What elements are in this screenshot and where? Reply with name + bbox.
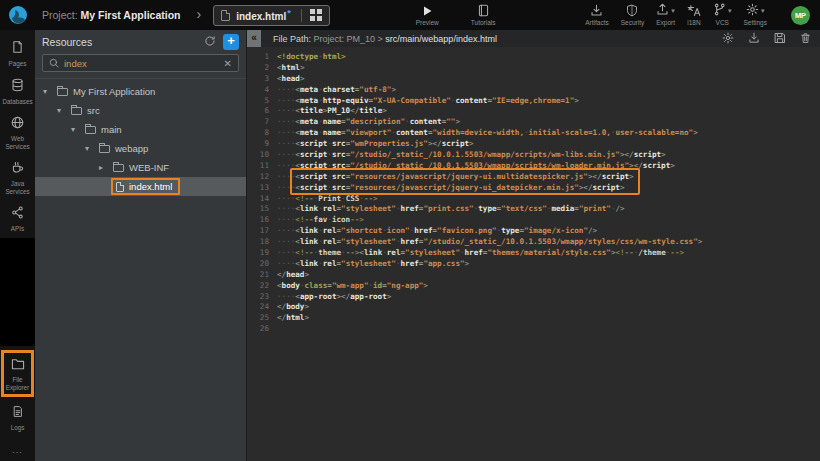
- line-number: 15: [247, 204, 269, 215]
- user-avatar[interactable]: MP: [791, 6, 810, 25]
- tree-highlight-box: index.html: [111, 178, 180, 195]
- caret-down-icon[interactable]: ▾: [85, 144, 97, 153]
- tree-item-content: src: [69, 104, 106, 117]
- code-area[interactable]: 1<!doctype·html>2<html>3<head>4····<meta…: [247, 47, 820, 461]
- tree-item-label: index.html: [129, 181, 172, 192]
- play-icon: [421, 4, 433, 17]
- tree-item-label: My First Application: [73, 86, 155, 97]
- code-line[interactable]: 24</body>: [247, 302, 820, 313]
- folder-icon: [113, 164, 124, 172]
- line-number: 25: [247, 313, 269, 324]
- code-line[interactable]: 18····<link·rel="stylesheet"·href="/stud…: [247, 237, 820, 248]
- globe-icon: [11, 115, 24, 133]
- code-line[interactable]: 13····<script·src="resources/javascript/…: [247, 183, 820, 194]
- folder-icon: [99, 145, 110, 153]
- rail-overflow-button[interactable]: ...: [12, 445, 23, 455]
- refresh-icon[interactable]: [204, 33, 216, 51]
- code-line[interactable]: 10····<script·src="/studio/_static_/10.0…: [247, 150, 820, 161]
- artifacts-button[interactable]: Artifacts: [585, 4, 608, 26]
- code-line[interactable]: 3<head>: [247, 74, 820, 85]
- folder-icon: [11, 356, 25, 374]
- tab-index-html[interactable]: index.html*: [213, 5, 330, 26]
- sidebar-item-file-explorer[interactable]: File Explorer: [4, 353, 31, 394]
- sidebar-item-web-services[interactable]: Web Services: [0, 110, 35, 155]
- preview-button[interactable]: Preview: [416, 4, 439, 26]
- database-icon: [11, 78, 24, 96]
- code-line[interactable]: 11····<script·src="/studio/_static_/10.0…: [247, 161, 820, 172]
- code-line[interactable]: 25</html>: [247, 313, 820, 324]
- line-number: 26: [247, 324, 269, 335]
- line-number: 10: [247, 150, 269, 161]
- wavemaker-logo-icon[interactable]: [8, 5, 28, 25]
- export-button[interactable]: ▾ Export: [656, 4, 675, 26]
- settings-button[interactable]: ▾ Settings: [744, 4, 768, 26]
- sidebar-item-pages[interactable]: Pages: [0, 35, 35, 73]
- code-line[interactable]: 4····<meta·charset="utf-8">: [247, 85, 820, 96]
- code-line[interactable]: 12····<script·src="resources/javascript/…: [247, 172, 820, 183]
- project-label: Project:: [42, 9, 78, 21]
- sidebar-item-databases[interactable]: Databases: [0, 73, 35, 111]
- delete-file-icon[interactable]: [800, 30, 811, 48]
- sidebar-item-java-services[interactable]: Java Services: [0, 155, 35, 200]
- caret-down-icon[interactable]: ▾: [71, 125, 83, 134]
- line-number: 18: [247, 237, 269, 248]
- caret-down-icon[interactable]: ▾: [43, 87, 55, 96]
- tree-item-index.html[interactable]: index.html: [35, 177, 246, 196]
- tree-item-content: webapp: [97, 142, 154, 155]
- tree-item-main[interactable]: ▾main: [35, 120, 246, 139]
- sidebar-item-logs[interactable]: Logs: [0, 399, 35, 437]
- download-file-icon[interactable]: [748, 30, 760, 48]
- vcs-button[interactable]: ▾ VCS: [713, 4, 732, 26]
- add-resource-button[interactable]: +: [223, 34, 239, 50]
- line-number: 8: [247, 128, 269, 139]
- dashboard-grid-icon[interactable]: [310, 9, 322, 21]
- code-line[interactable]: 22<body·class="wm-app"·id="ng-app">: [247, 281, 820, 292]
- editor-settings-gear-icon[interactable]: [722, 30, 734, 48]
- code-line[interactable]: 1<!doctype·html>: [247, 52, 820, 63]
- code-lines: 1<!doctype·html>2<html>3<head>4····<meta…: [247, 52, 820, 335]
- code-line[interactable]: 7····<meta·name="description"·content=""…: [247, 117, 820, 128]
- sidebar-item-apis[interactable]: APIs: [0, 200, 35, 238]
- code-line[interactable]: 20····<link·rel="stylesheet"·href="app.c…: [247, 259, 820, 270]
- code-line[interactable]: 26: [247, 324, 820, 335]
- code-line[interactable]: 19····<!--·theme·--><link·rel="styleshee…: [247, 248, 820, 259]
- clear-search-icon[interactable]: ✕: [224, 58, 232, 69]
- line-number: 14: [247, 194, 269, 205]
- tree-item-webapp[interactable]: ▾webapp: [35, 139, 246, 158]
- code-line[interactable]: 17····<link·rel="shortcut·icon"·href="fa…: [247, 226, 820, 237]
- line-number: 13: [247, 183, 269, 194]
- tree-item-label: WEB-INF: [129, 162, 169, 173]
- caret-down-icon: ▾: [761, 7, 765, 14]
- chevron-right-icon[interactable]: ›: [196, 6, 201, 22]
- line-number: 11: [247, 161, 269, 172]
- code-line[interactable]: 14····<!--·Print·CSS·-->: [247, 194, 820, 205]
- code-line[interactable]: 9····<script·src="wmProperties.js"></scr…: [247, 139, 820, 150]
- search-input[interactable]: [64, 58, 219, 69]
- code-line[interactable]: 6····<title>PM_10</title>: [247, 106, 820, 117]
- line-number: 21: [247, 270, 269, 281]
- save-file-icon[interactable]: [774, 30, 786, 48]
- tree-item-src[interactable]: ▾src: [35, 101, 246, 120]
- line-number: 24: [247, 302, 269, 313]
- i18n-button[interactable]: i18N: [687, 4, 701, 26]
- code-line[interactable]: 15····<link·rel="stylesheet"·href="print…: [247, 204, 820, 215]
- code-line[interactable]: 5····<meta·http-equiv="X-UA-Compatible"·…: [247, 96, 820, 107]
- code-line[interactable]: 2<html>: [247, 63, 820, 74]
- folder-icon: [57, 88, 68, 96]
- caret-right-icon[interactable]: ▸: [99, 163, 111, 172]
- project-name[interactable]: My First Application: [81, 9, 181, 21]
- translate-icon: [687, 4, 701, 17]
- code-line[interactable]: 16····<!--fav·icon-->: [247, 215, 820, 226]
- file-explorer-highlight-box: File Explorer: [1, 350, 34, 397]
- tutorials-button[interactable]: Tutorials: [471, 4, 496, 26]
- caret-down-icon[interactable]: ▾: [57, 106, 69, 115]
- code-line[interactable]: 8····<meta·name="viewport"·content="widt…: [247, 128, 820, 139]
- tree-item-WEB-INF[interactable]: ▸WEB-INF: [35, 158, 246, 177]
- artifacts-download-icon: [590, 4, 603, 17]
- line-number: 4: [247, 85, 269, 96]
- code-line[interactable]: 23····<app-root></app-root>: [247, 292, 820, 303]
- tree-item-My First Application[interactable]: ▾My First Application: [35, 82, 246, 101]
- collapse-panel-icon[interactable]: «: [247, 30, 261, 47]
- code-line[interactable]: 21</head>: [247, 270, 820, 281]
- security-button[interactable]: Security: [621, 4, 644, 26]
